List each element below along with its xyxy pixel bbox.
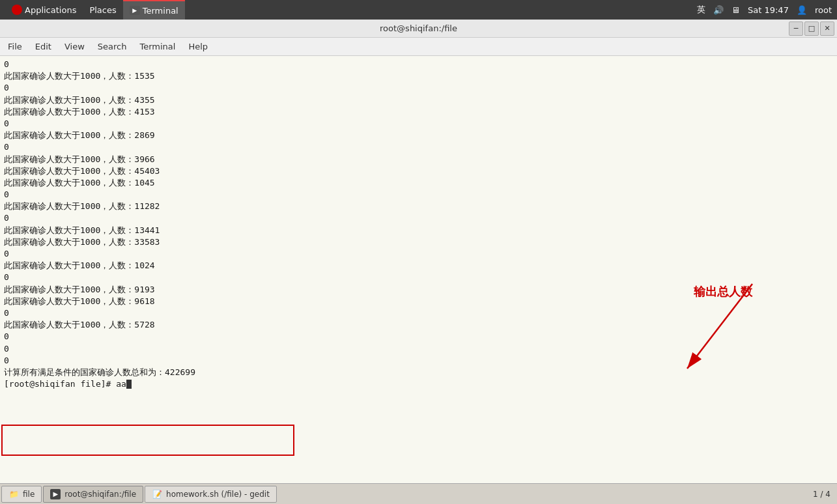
menu-search[interactable]: Search — [92, 40, 132, 53]
terminal-line: 0 — [4, 189, 833, 201]
system-bar-left: Applications Places ▶ Terminal — [5, 0, 185, 20]
terminal-line: 0 — [4, 82, 833, 94]
terminal-line: 此国家确诊人数大于1000，人数：45403 — [4, 165, 833, 177]
taskbar-file[interactable]: 📁 file — [1, 486, 42, 503]
taskbar-terminal-label: root@shiqifan:/file — [64, 490, 136, 499]
terminal-output: 0此国家确诊人数大于1000，人数：15350此国家确诊人数大于1000，人数：… — [4, 59, 833, 390]
volume-icon: 🔊 — [713, 5, 724, 15]
system-bar-right: 英 🔊 🖥 Sat 19:47 👤 root — [697, 4, 832, 16]
terminal-line: 此国家确诊人数大于1000，人数：11282 — [4, 201, 833, 212]
taskbar-terminal[interactable]: ▶ root@shiqifan:/file — [43, 486, 143, 503]
terminal-content[interactable]: 0此国家确诊人数大于1000，人数：15350此国家确诊人数大于1000，人数：… — [0, 56, 837, 483]
maximize-button[interactable]: □ — [804, 21, 819, 36]
taskbar: 📁 file ▶ root@shiqifan:/file 📝 homework.… — [0, 483, 837, 504]
terminal-line: 此国家确诊人数大于1000，人数：1535 — [4, 70, 833, 82]
terminal-line: [root@shiqifan file]# aa — [4, 378, 833, 390]
terminal-line: 0 — [4, 212, 833, 224]
terminal-line: 此国家确诊人数大于1000，人数：1024 — [4, 260, 833, 272]
window-title: root@shiqifan:/file — [380, 23, 457, 33]
menu-bar: File Edit View Search Terminal Help — [0, 38, 837, 56]
terminal-line: 0 — [4, 272, 833, 283]
terminal-line: 0 — [4, 248, 833, 260]
menu-view[interactable]: View — [59, 40, 90, 53]
minimize-button[interactable]: ─ — [789, 21, 803, 36]
close-button[interactable]: ✕ — [820, 21, 834, 36]
menu-edit[interactable]: Edit — [30, 40, 57, 53]
menu-file[interactable]: File — [3, 40, 27, 53]
terminal-label: Terminal — [143, 6, 178, 16]
datetime-label: Sat 19:47 — [748, 5, 789, 15]
highlight-box — [1, 425, 294, 456]
terminal-line: 此国家确诊人数大于1000，人数：13441 — [4, 225, 833, 236]
taskbar-file-label: file — [23, 490, 35, 499]
terminal-line: 0 — [4, 141, 833, 153]
system-bar: Applications Places ▶ Terminal 英 🔊 🖥 Sat… — [0, 0, 837, 20]
applications-label: Applications — [25, 5, 76, 15]
terminal-line: 此国家确诊人数大于1000，人数：4153 — [4, 106, 833, 118]
title-bar: root@shiqifan:/file ─ □ ✕ — [0, 20, 837, 38]
terminal-taskbar-icon: ▶ — [50, 489, 61, 499]
terminal-line: 0 — [4, 355, 833, 367]
language-indicator: 英 — [697, 4, 705, 16]
terminal-line: 此国家确诊人数大于1000，人数：5728 — [4, 319, 833, 331]
terminal-line: 此国家确诊人数大于1000，人数：33583 — [4, 236, 833, 248]
menu-terminal[interactable]: Terminal — [134, 40, 180, 53]
terminal-icon: ▶ — [130, 6, 140, 15]
terminal-line: 此国家确诊人数大于1000，人数：2869 — [4, 130, 833, 141]
folder-icon: 📁 — [8, 489, 19, 499]
terminal-line: 此国家确诊人数大于1000，人数：3966 — [4, 154, 833, 165]
terminal-line: 0 — [4, 307, 833, 319]
network-icon: 🖥 — [731, 5, 740, 15]
terminal-line: 0 — [4, 331, 833, 343]
gedit-icon: 📝 — [152, 489, 162, 499]
terminal-line: 0 — [4, 59, 833, 70]
terminal-line: 0 — [4, 343, 833, 355]
places-label: Places — [89, 5, 116, 15]
user-icon: 👤 — [797, 5, 807, 15]
user-label: root — [815, 5, 832, 15]
terminal-menu[interactable]: ▶ Terminal — [123, 0, 185, 20]
terminal-line: 此国家确诊人数大于1000，人数：9618 — [4, 296, 833, 307]
terminal-line: 此国家确诊人数大于1000，人数：9193 — [4, 284, 833, 296]
places-menu[interactable]: Places — [83, 0, 122, 20]
terminal-line: 此国家确诊人数大于1000，人数：1045 — [4, 177, 833, 189]
applications-menu[interactable]: Applications — [5, 0, 83, 20]
terminal-window: root@shiqifan:/file ─ □ ✕ File Edit View… — [0, 20, 837, 504]
terminal-line: 此国家确诊人数大于1000，人数：4355 — [4, 94, 833, 106]
taskbar-page-indicator: 1 / 4 — [813, 490, 836, 499]
taskbar-gedit[interactable]: 📝 homework.sh (/file) - gedit — [145, 486, 277, 503]
terminal-cursor — [126, 380, 132, 389]
window-controls: ─ □ ✕ — [789, 21, 834, 36]
menu-help[interactable]: Help — [183, 40, 213, 53]
terminal-line: 0 — [4, 118, 833, 130]
taskbar-gedit-label: homework.sh (/file) - gedit — [166, 490, 270, 499]
terminal-line: 计算所有满足条件的国家确诊人数总和为：422699 — [4, 367, 833, 378]
redhat-icon — [12, 5, 22, 15]
